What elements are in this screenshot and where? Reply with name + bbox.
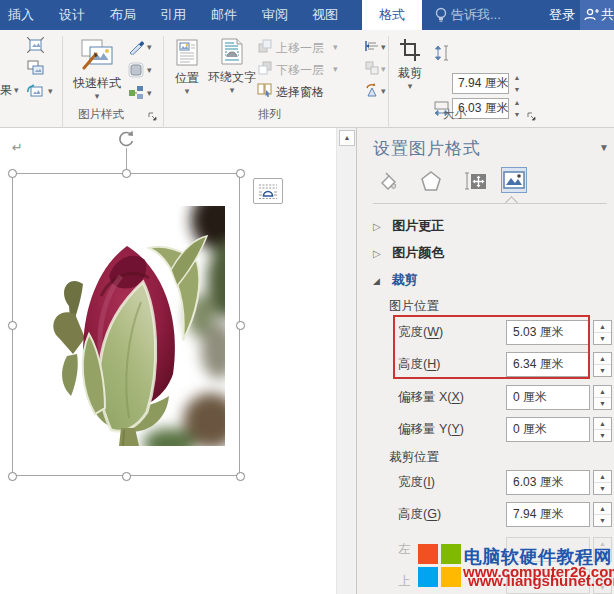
tab-insert[interactable]: 插入 bbox=[8, 0, 34, 30]
picture-styles-group-label: 图片样式 bbox=[66, 107, 136, 122]
send-backward-dropdown[interactable]: ▾ bbox=[333, 65, 338, 74]
effects-dropdown[interactable]: ▾ bbox=[14, 86, 19, 95]
tab-references[interactable]: 引用 bbox=[160, 0, 186, 30]
crop-pic-height-field[interactable] bbox=[506, 352, 590, 377]
watermark-url-base: www.liangshunet.com bbox=[468, 572, 614, 589]
tab-layout[interactable]: 布局 bbox=[110, 0, 136, 30]
scroll-up-button[interactable]: ▲ bbox=[339, 130, 355, 146]
pentagon-icon bbox=[419, 169, 443, 193]
selection-pane-label[interactable]: 选择窗格 bbox=[276, 84, 324, 101]
align-icon[interactable] bbox=[365, 39, 379, 57]
sign-in-button[interactable]: 登录 bbox=[549, 0, 575, 30]
quick-styles-button[interactable]: 快速样式 ▾ bbox=[66, 36, 128, 102]
wrap-text-label: 环绕文字 bbox=[206, 69, 258, 86]
offset-x-spinner[interactable]: ▲▼ bbox=[593, 385, 612, 410]
tab-review[interactable]: 审阅 bbox=[262, 0, 288, 30]
crop-pic-height-label: 高度(H) bbox=[398, 352, 440, 377]
resize-handle-top-left[interactable] bbox=[8, 169, 17, 178]
layout-options-button[interactable] bbox=[253, 178, 283, 204]
section-picture-color[interactable]: ▷ 图片颜色 bbox=[373, 243, 607, 265]
effects-tab[interactable] bbox=[418, 168, 444, 194]
crop-left-label-disabled: 左 bbox=[398, 537, 411, 562]
picture-tab-selected[interactable] bbox=[501, 167, 527, 193]
layout-options-icon bbox=[258, 183, 278, 200]
position-label: 位置 bbox=[168, 70, 206, 87]
section-label: 裁剪 bbox=[391, 272, 417, 287]
picture-border-icon[interactable] bbox=[128, 39, 144, 59]
position-button[interactable]: 位置 ▾ bbox=[168, 36, 206, 102]
crop-pic-width-label: 宽度(W) bbox=[398, 320, 443, 345]
wrap-text-button[interactable]: 环绕文字 ▾ bbox=[206, 36, 258, 102]
offset-y-field[interactable] bbox=[506, 417, 590, 442]
bring-forward-label[interactable]: 上移一层 bbox=[276, 40, 324, 57]
shape-height-spinner[interactable]: ▲▼ bbox=[510, 73, 524, 94]
ribbon-tab-bar: 插入 设计 布局 引用 邮件 审阅 视图 格式 告诉我... 登录 共享 bbox=[0, 0, 614, 30]
picture-border-dropdown[interactable]: ▾ bbox=[147, 43, 152, 52]
pane-title: 设置图片格式 bbox=[373, 137, 481, 160]
crop-pic-width-field[interactable] bbox=[506, 320, 590, 345]
crop-position-label: 裁剪位置 bbox=[389, 449, 439, 466]
pane-options-dropdown[interactable]: ▼ bbox=[599, 142, 609, 153]
tell-me-box[interactable]: 告诉我... bbox=[451, 0, 501, 30]
crop-pic-height-spinner[interactable]: ▲▼ bbox=[593, 352, 612, 377]
shape-height-field[interactable] bbox=[452, 73, 509, 94]
shape-height-icon bbox=[434, 45, 449, 65]
bring-forward-dropdown[interactable]: ▾ bbox=[333, 43, 338, 52]
reset-picture-icon[interactable] bbox=[27, 83, 44, 103]
paint-bucket-icon bbox=[375, 169, 399, 193]
resize-handle-bottom-left[interactable] bbox=[8, 472, 17, 481]
vertical-scrollbar[interactable]: ▲ bbox=[336, 128, 356, 594]
crop-box-width-spinner[interactable]: ▲▼ bbox=[593, 470, 612, 495]
offset-x-field[interactable] bbox=[506, 385, 590, 410]
change-picture-icon[interactable] bbox=[27, 60, 44, 80]
rose-photo[interactable] bbox=[31, 206, 225, 450]
crop-box-width-field[interactable] bbox=[506, 470, 590, 495]
offset-y-spinner[interactable]: ▲▼ bbox=[593, 417, 612, 442]
tab-view[interactable]: 视图 bbox=[312, 0, 338, 30]
resize-handle-bottom-center[interactable] bbox=[122, 472, 131, 481]
align-dropdown[interactable]: ▾ bbox=[381, 43, 386, 52]
group-dropdown[interactable]: ▾ bbox=[381, 65, 386, 74]
resize-handle-middle-left[interactable] bbox=[8, 321, 17, 330]
section-picture-corrections[interactable]: ▷ 图片更正 bbox=[373, 216, 607, 238]
document-canvas[interactable]: ↵ bbox=[0, 128, 336, 594]
crop-box-width-label: 宽度(I) bbox=[398, 470, 435, 495]
crop-pic-width-spinner[interactable]: ▲▼ bbox=[593, 320, 612, 345]
size-dialog-launcher[interactable] bbox=[527, 108, 537, 126]
compress-picture-icon[interactable] bbox=[27, 37, 44, 57]
crop-box-height-field[interactable] bbox=[506, 502, 590, 527]
crop-box-height-spinner[interactable]: ▲▼ bbox=[593, 502, 612, 527]
tab-format-active[interactable]: 格式 bbox=[362, 0, 422, 30]
crop-button[interactable]: 裁剪 ▾ bbox=[392, 36, 428, 102]
picture-layout-icon[interactable] bbox=[128, 85, 144, 105]
pane-divider bbox=[373, 203, 607, 204]
send-backward-label[interactable]: 下移一层 bbox=[276, 62, 324, 79]
collapsed-arrow-icon: ▷ bbox=[373, 221, 381, 232]
resize-handle-top-right[interactable] bbox=[236, 169, 245, 178]
resize-handle-bottom-right[interactable] bbox=[236, 472, 245, 481]
format-picture-pane: 设置图片格式 ▼ ▷ 图片更正 ▷ 图片颜色 ◢ 裁剪 图片位置 bbox=[356, 128, 614, 594]
resize-handle-top-center[interactable] bbox=[122, 169, 131, 178]
tab-design[interactable]: 设计 bbox=[59, 0, 85, 30]
tab-mailings[interactable]: 邮件 bbox=[211, 0, 237, 30]
paragraph-mark: ↵ bbox=[12, 140, 23, 155]
ribbon: ▾ 果 ▾ 快速样式 ▾ ▾ ▾ ▾ 图片样式 位置 ▾ bbox=[0, 30, 614, 128]
shape-width-spinner[interactable]: ▲▼ bbox=[510, 98, 524, 119]
reset-picture-dropdown[interactable]: ▾ bbox=[48, 87, 53, 96]
fill-line-tab[interactable] bbox=[374, 168, 400, 194]
group-icon bbox=[365, 61, 379, 79]
resize-handle-middle-right[interactable] bbox=[236, 321, 245, 330]
picture-styles-dialog-launcher[interactable] bbox=[148, 108, 158, 126]
position-dropdown: ▾ bbox=[168, 87, 206, 96]
share-button[interactable]: 共享 bbox=[580, 0, 614, 30]
picture-layout-dropdown[interactable]: ▾ bbox=[147, 89, 152, 98]
layout-properties-tab[interactable] bbox=[462, 168, 488, 194]
section-crop-expanded[interactable]: ◢ 裁剪 bbox=[373, 270, 607, 292]
rotate-dropdown[interactable]: ▾ bbox=[381, 87, 386, 96]
picture-effects-dropdown[interactable]: ▾ bbox=[147, 66, 152, 75]
picture-effects-icon[interactable] bbox=[128, 62, 144, 82]
rotate-icon[interactable] bbox=[365, 83, 379, 101]
effects-label-cut[interactable]: 果 bbox=[0, 82, 12, 99]
collapsed-arrow-icon: ▷ bbox=[373, 248, 381, 259]
section-label: 图片更正 bbox=[392, 218, 444, 233]
